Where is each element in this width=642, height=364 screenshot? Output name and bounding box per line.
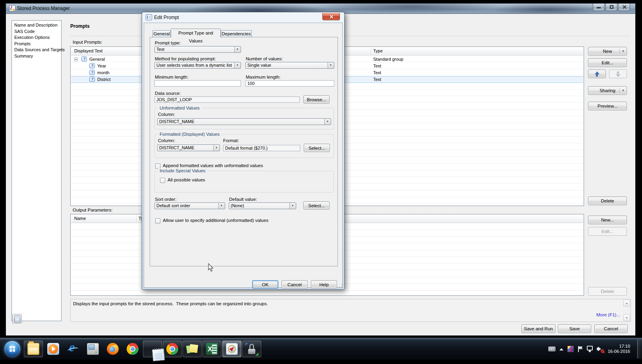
tab-prompt-type-and-values[interactable]: Prompt Type and Values bbox=[171, 29, 221, 37]
edit-parameter-button[interactable]: Edit... bbox=[588, 227, 627, 236]
minimize-button[interactable] bbox=[593, 4, 605, 11]
column-header-type[interactable]: Type bbox=[373, 48, 383, 53]
note-icon bbox=[14, 316, 20, 322]
chevron-down-icon[interactable] bbox=[328, 62, 334, 68]
more-help-link[interactable]: More (F1)... bbox=[596, 312, 620, 317]
dialog-titlebar[interactable]: Edit Prompt bbox=[142, 12, 344, 23]
default-value-label: Default value: bbox=[229, 197, 257, 202]
move-up-button[interactable] bbox=[588, 69, 606, 78]
minimum-length-field[interactable] bbox=[154, 80, 241, 87]
sort-order-value: Default sort order bbox=[156, 203, 218, 208]
browse-button[interactable]: Browse... bbox=[303, 95, 330, 104]
save-and-run-button[interactable]: Save and Run bbox=[521, 324, 555, 333]
help-button[interactable]: Help bbox=[311, 280, 337, 289]
taskbar-chrome-2-icon[interactable] bbox=[163, 341, 182, 357]
cancel-button[interactable]: Cancel bbox=[594, 324, 628, 333]
column-divider bbox=[136, 215, 137, 223]
sas-tray-icon[interactable] bbox=[567, 346, 574, 352]
chevron-down-icon bbox=[622, 87, 625, 94]
prompt-type-select[interactable]: Text bbox=[154, 46, 241, 53]
new-parameter-button[interactable]: New... bbox=[588, 216, 627, 224]
prompt-icon-selected bbox=[89, 77, 95, 82]
taskbar-image-converter-icon[interactable] bbox=[83, 341, 102, 357]
unformatted-column-select[interactable]: DISTRICT_NAME bbox=[157, 118, 331, 125]
minimum-length-label: Minimum length: bbox=[155, 75, 188, 79]
all-possible-values-checkbox[interactable] bbox=[160, 178, 165, 183]
ok-button[interactable]: OK bbox=[252, 280, 278, 289]
taskbar-internet-explorer-icon[interactable] bbox=[64, 341, 83, 357]
edit-prompt-button[interactable]: Edit... bbox=[588, 58, 627, 67]
method-select[interactable]: User selects values from a dynamic list bbox=[154, 62, 241, 69]
maximum-length-field[interactable]: 100 bbox=[245, 80, 334, 87]
collapse-icon[interactable] bbox=[74, 58, 78, 61]
chevron-down-icon[interactable] bbox=[218, 203, 225, 209]
chevron-down-icon[interactable] bbox=[213, 145, 220, 151]
tab-dependencies[interactable]: Dependencies bbox=[221, 30, 252, 37]
show-hidden-icons-icon[interactable] bbox=[559, 346, 563, 351]
sort-order-select[interactable]: Default sort order bbox=[154, 202, 225, 209]
sidebar-item-summary[interactable]: Summary bbox=[14, 53, 61, 60]
sharing-button[interactable]: Sharing bbox=[588, 86, 627, 95]
clock[interactable]: 17:10 16-06-2016 bbox=[608, 344, 630, 354]
taskbar-excel-icon[interactable] bbox=[202, 341, 222, 357]
delete-parameter-button[interactable]: Delete bbox=[588, 287, 627, 296]
tree-row-label: month bbox=[97, 70, 110, 75]
preview-button[interactable]: Preview... bbox=[588, 102, 627, 110]
network-icon[interactable] bbox=[587, 346, 593, 351]
allow-additional-values-checkbox[interactable] bbox=[155, 218, 160, 223]
dialog-close-button[interactable] bbox=[322, 13, 340, 20]
chevron-down-icon[interactable] bbox=[324, 119, 331, 125]
formatted-column-label: Column: bbox=[158, 138, 175, 143]
data-source-field[interactable]: JOS_DIST_LOOP bbox=[154, 96, 300, 103]
format-field[interactable]: Default format ($270.) bbox=[223, 145, 300, 151]
scroll-up-icon[interactable]: ▲ bbox=[623, 300, 630, 306]
move-down-button[interactable] bbox=[609, 69, 627, 78]
sidebar-item-data-sources-targets[interactable]: Data Sources and Targets bbox=[14, 47, 61, 53]
tab-general[interactable]: General bbox=[152, 30, 171, 37]
start-button[interactable] bbox=[2, 341, 23, 357]
default-value-select[interactable]: (None) bbox=[229, 202, 296, 209]
formatted-values-group-label: Formatted (Displayed) Values bbox=[158, 132, 221, 137]
maximize-button[interactable] bbox=[605, 4, 617, 11]
desktop-screen: Stored Process Manager Name and Descript… bbox=[0, 0, 642, 364]
close-button[interactable] bbox=[618, 4, 630, 11]
show-desktop-button[interactable] bbox=[637, 339, 642, 358]
column-header-name[interactable]: Name bbox=[74, 216, 86, 221]
unformatted-column-label: Column: bbox=[158, 112, 175, 117]
method-value: User selects values from a dynamic list bbox=[156, 63, 233, 67]
action-center-flag-icon[interactable] bbox=[578, 346, 583, 352]
save-button[interactable]: Save bbox=[558, 324, 591, 333]
sidebar-item-name-description[interactable]: Name and Description bbox=[14, 22, 61, 29]
taskbar-windows-media-player-icon[interactable] bbox=[44, 341, 63, 357]
tree-row-label: Year bbox=[97, 64, 106, 68]
firefox-icon bbox=[107, 343, 119, 355]
default-value-select-button[interactable]: Select... bbox=[303, 201, 330, 210]
new-prompt-button[interactable]: New bbox=[588, 47, 627, 56]
chevron-down-icon[interactable] bbox=[234, 46, 241, 52]
taskbar-sticky-notes-icon[interactable] bbox=[183, 341, 202, 357]
dialog-cancel-button[interactable]: Cancel bbox=[281, 280, 308, 289]
sidebar-item-execution-options[interactable]: Execution Options bbox=[14, 35, 61, 41]
format-select-button[interactable]: Select... bbox=[304, 144, 330, 152]
taskbar-remote-lock-icon[interactable] bbox=[242, 341, 261, 357]
taskbar-notepad-icon[interactable] bbox=[143, 341, 162, 357]
resize-grip[interactable] bbox=[339, 284, 343, 288]
number-of-values-select[interactable]: Single value bbox=[245, 62, 334, 69]
chevron-down-icon[interactable] bbox=[289, 203, 296, 209]
volume-muted-icon[interactable] bbox=[597, 346, 604, 352]
sidebar-item-sas-code[interactable]: SAS Code bbox=[14, 29, 61, 35]
description-scrollbar[interactable]: ▲ ▼ bbox=[623, 300, 630, 321]
taskbar-windows-explorer-icon[interactable] bbox=[24, 341, 43, 357]
taskbar-sas-enterprise-guide-icon[interactable] bbox=[222, 341, 241, 357]
status-note-button[interactable] bbox=[12, 314, 22, 324]
touch-keyboard-icon[interactable] bbox=[548, 347, 555, 351]
taskbar-firefox-icon[interactable] bbox=[103, 341, 122, 357]
formatted-column-select[interactable]: DISTRICT_NAME bbox=[157, 144, 220, 151]
scroll-down-icon[interactable]: ▼ bbox=[623, 314, 630, 321]
delete-prompt-button[interactable]: Delete bbox=[588, 196, 627, 205]
column-header-displayed-text[interactable]: Displayed Text bbox=[74, 48, 102, 53]
sidebar-item-prompts[interactable]: Prompts bbox=[14, 41, 61, 47]
taskbar-chrome-icon[interactable] bbox=[123, 341, 142, 357]
chevron-down-icon[interactable] bbox=[234, 62, 241, 68]
chrome-icon bbox=[166, 343, 178, 355]
